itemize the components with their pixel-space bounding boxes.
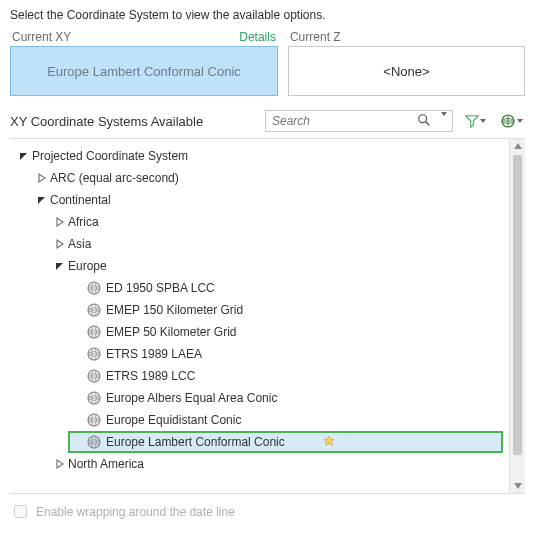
search-wrap: [265, 110, 453, 132]
globe-tool-icon: [500, 113, 516, 129]
tree-node-asia[interactable]: Asia: [14, 233, 507, 255]
details-link[interactable]: Details: [239, 30, 276, 44]
globe-icon: [86, 412, 102, 428]
globe-icon: [86, 346, 102, 362]
globe-icon: [86, 368, 102, 384]
tree-node-arc[interactable]: ARC (equal arc-second): [14, 167, 507, 189]
current-xy-label: Current XY: [12, 30, 71, 44]
svg-point-0: [419, 115, 427, 123]
caret-right-icon: [36, 172, 48, 184]
globe-icon: [86, 324, 102, 340]
tree-node-continental[interactable]: Continental: [14, 189, 507, 211]
caret-right-icon: [54, 238, 66, 250]
tree-node-africa[interactable]: Africa: [14, 211, 507, 233]
footer-row: Enable wrapping around the date line: [10, 502, 525, 521]
current-z-value: <None>: [383, 64, 429, 79]
tree-scrollbar[interactable]: [509, 139, 525, 493]
filter-icon: [465, 114, 479, 128]
tree-leaf[interactable]: EMEP 150 Kilometer Grid: [14, 299, 507, 321]
caret-down-icon: [36, 194, 48, 206]
current-xy-value: Europe Lambert Conformal Conic: [47, 64, 241, 79]
wrap-checkbox[interactable]: [14, 505, 27, 518]
tree-node-north-america[interactable]: North America: [14, 453, 507, 475]
chevron-down-icon: [480, 119, 486, 123]
caret-right-icon: [54, 458, 66, 470]
instruction-text: Select the Coordinate System to view the…: [10, 8, 525, 22]
tree-leaf[interactable]: ETRS 1989 LCC: [14, 365, 507, 387]
wrap-label: Enable wrapping around the date line: [36, 505, 235, 519]
tree-node-europe[interactable]: Europe: [14, 255, 507, 277]
current-z-column: Current Z <None>: [288, 30, 525, 96]
tree-leaf[interactable]: ETRS 1989 LAEA: [14, 343, 507, 365]
pin-icon[interactable]: [323, 435, 335, 450]
tree-leaf-selected-row: Europe Lambert Conformal Conic: [14, 431, 507, 453]
current-z-label: Current Z: [290, 30, 341, 44]
tree-leaf[interactable]: ED 1950 SPBA LCC: [14, 277, 507, 299]
current-xy-column: Current XY Details Europe Lambert Confor…: [10, 30, 278, 96]
chevron-down-icon: [517, 119, 523, 123]
tree-leaf[interactable]: Europe Equidistant Conic: [14, 409, 507, 431]
caret-right-icon: [54, 216, 66, 228]
tree-leaf-selected[interactable]: Europe Lambert Conformal Conic: [14, 431, 507, 453]
scrollbar-thumb[interactable]: [513, 155, 522, 455]
filter-button[interactable]: [461, 110, 489, 132]
globe-icon: [86, 302, 102, 318]
current-row: Current XY Details Europe Lambert Confor…: [10, 30, 525, 96]
available-title: XY Coordinate Systems Available: [10, 114, 203, 129]
tree-node-projected[interactable]: Projected Coordinate System: [14, 145, 507, 167]
search-dropdown-icon[interactable]: [441, 116, 447, 130]
globe-icon: [86, 434, 102, 450]
tree-leaf[interactable]: EMEP 50 Kilometer Grid: [14, 321, 507, 343]
coordinate-system-tree: Projected Coordinate System ARC (equal a…: [14, 145, 507, 475]
tree-container: Projected Coordinate System ARC (equal a…: [10, 138, 525, 494]
caret-down-icon: [54, 260, 66, 272]
available-header-row: XY Coordinate Systems Available: [10, 110, 525, 132]
caret-down-icon: [18, 150, 30, 162]
svg-line-1: [426, 122, 430, 126]
scroll-down-icon[interactable]: [510, 479, 525, 493]
add-coordinate-system-button[interactable]: [497, 110, 525, 132]
tree-leaf[interactable]: Europe Albers Equal Area Conic: [14, 387, 507, 409]
current-z-box[interactable]: <None>: [288, 46, 525, 96]
search-icon[interactable]: [417, 113, 431, 130]
current-xy-box[interactable]: Europe Lambert Conformal Conic: [10, 46, 278, 96]
scroll-up-icon[interactable]: [510, 139, 525, 153]
globe-icon: [86, 390, 102, 406]
coordinate-system-panel: Select the Coordinate System to view the…: [0, 0, 535, 558]
globe-icon: [86, 280, 102, 296]
